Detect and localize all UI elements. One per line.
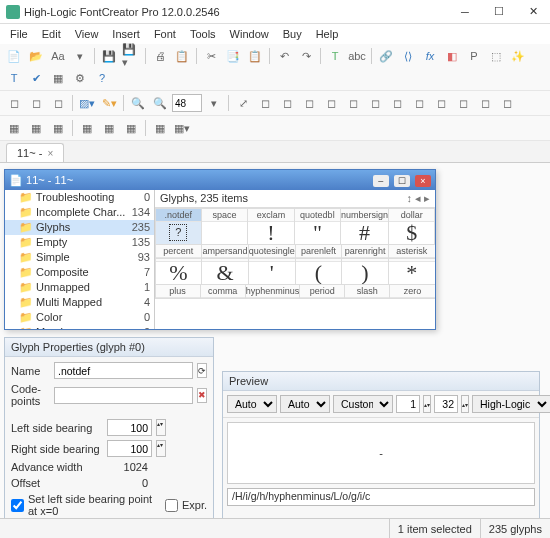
zoom-out-icon[interactable]: 🔍 <box>150 93 170 113</box>
tb3-5[interactable]: ▦ <box>99 118 119 138</box>
tb2-k[interactable]: ◻ <box>475 93 495 113</box>
font-manager-icon[interactable]: Aa <box>48 46 68 66</box>
eraser-icon[interactable]: ◧ <box>442 46 462 66</box>
preview-mode2[interactable]: Auto <box>280 395 330 413</box>
set-lsb-checkbox[interactable] <box>11 499 24 512</box>
menu-edit[interactable]: Edit <box>36 26 67 42</box>
tb2-i[interactable]: ◻ <box>431 93 451 113</box>
pv-spin1[interactable]: ▴▾ <box>423 395 431 413</box>
inner-min-icon[interactable]: – <box>373 175 389 187</box>
glyph-cell[interactable]: period <box>299 284 345 299</box>
glyph-window-titlebar[interactable]: 📄 11~ - 11~ – ☐ × <box>5 170 435 190</box>
glyph-cell[interactable]: & <box>201 258 249 285</box>
rsb-input[interactable] <box>107 440 152 457</box>
tree-item[interactable]: 📁 Troubleshooting0 <box>5 190 154 205</box>
tb2-fill-icon[interactable]: ▨▾ <box>77 93 97 113</box>
menu-font[interactable]: Font <box>148 26 182 42</box>
inner-close-icon[interactable]: × <box>415 175 431 187</box>
pv-spin2[interactable]: ▴▾ <box>461 395 469 413</box>
glyph-cell[interactable]: quotesingle <box>248 244 296 259</box>
fx-icon[interactable]: fx <box>420 46 440 66</box>
cut-icon[interactable]: ✂ <box>201 46 221 66</box>
tb2-pencil-icon[interactable]: ✎▾ <box>99 93 119 113</box>
open-icon[interactable]: 📂 <box>26 46 46 66</box>
tree-item[interactable]: 📁 Multi Mapped4 <box>5 295 154 310</box>
name-input[interactable] <box>54 362 193 379</box>
glyph-cell[interactable]: parenleft <box>295 244 343 259</box>
template-icon[interactable]: T <box>325 46 345 66</box>
move-icon[interactable]: ⤢ <box>233 93 253 113</box>
glyph-cell[interactable]: comma <box>200 284 246 299</box>
preview-p-icon[interactable]: P <box>464 46 484 66</box>
tb2-2[interactable]: ◻ <box>26 93 46 113</box>
preview-brand[interactable]: High-Logic <box>472 395 550 413</box>
tb3-6[interactable]: ▦ <box>121 118 141 138</box>
glyph-cell[interactable]: * <box>388 258 435 285</box>
tab-doc-1[interactable]: 11~ - × <box>6 143 64 162</box>
tree-item[interactable]: 📁 Color0 <box>5 310 154 325</box>
check-icon[interactable]: ✔ <box>26 68 46 88</box>
tb2-g[interactable]: ◻ <box>387 93 407 113</box>
menu-view[interactable]: View <box>69 26 105 42</box>
cp-tool-icon[interactable]: ✖ <box>197 388 207 403</box>
link-icon[interactable]: 🔗 <box>376 46 396 66</box>
rsb-spin[interactable]: ▴▾ <box>156 440 166 457</box>
menu-insert[interactable]: Insert <box>106 26 146 42</box>
zoom-dd-icon[interactable]: ▾ <box>204 93 224 113</box>
tb3-8[interactable]: ▦▾ <box>172 118 192 138</box>
code-icon[interactable]: ⟨⟩ <box>398 46 418 66</box>
glyph-cell[interactable]: ' <box>248 258 296 285</box>
glyph-cell[interactable]: dollar$ <box>388 208 435 245</box>
preview-custom[interactable]: Custom <box>333 395 393 413</box>
glyph-cell[interactable]: parenright <box>341 244 389 259</box>
abc-icon[interactable]: abc <box>347 46 367 66</box>
tb2-b[interactable]: ◻ <box>277 93 297 113</box>
tb2-a[interactable]: ◻ <box>255 93 275 113</box>
glyph-cell[interactable]: space <box>201 208 248 245</box>
tree-item[interactable]: 📁 Glyphs235 <box>5 220 154 235</box>
redo-icon[interactable]: ↷ <box>296 46 316 66</box>
tree-item[interactable]: 📁 Member0 <box>5 325 154 329</box>
glyph-cell[interactable]: slash <box>344 284 390 299</box>
glyph-cell[interactable]: hyphenminus <box>245 284 301 299</box>
codepoints-input[interactable] <box>54 387 193 404</box>
save-icon[interactable]: 💾 <box>99 46 119 66</box>
tb2-3[interactable]: ◻ <box>48 93 68 113</box>
glyph-cell[interactable]: asterisk <box>388 244 435 259</box>
inner-max-icon[interactable]: ☐ <box>394 175 410 187</box>
grid-icon[interactable]: ▦ <box>48 68 68 88</box>
copy-icon[interactable]: 📑 <box>223 46 243 66</box>
tb2-d[interactable]: ◻ <box>321 93 341 113</box>
glyph-cell[interactable]: .notdef? <box>155 208 202 245</box>
category-tree[interactable]: 📁 Troubleshooting0📁 Incomplete Char...13… <box>5 190 155 329</box>
options-icon[interactable]: ⚙ <box>70 68 90 88</box>
preview-n1[interactable] <box>396 395 420 413</box>
tree-item[interactable]: 📁 Unmapped1 <box>5 280 154 295</box>
glyph-cell[interactable]: plus <box>155 284 201 299</box>
lsb-spin[interactable]: ▴▾ <box>156 419 166 436</box>
tb2-1[interactable]: ◻ <box>4 93 24 113</box>
tree-item[interactable]: 📁 Composite7 <box>5 265 154 280</box>
zoom-in-icon[interactable]: 🔍 <box>128 93 148 113</box>
grid-nav[interactable]: ↕ ◂ ▸ <box>406 192 430 205</box>
tb2-j[interactable]: ◻ <box>453 93 473 113</box>
tree-item[interactable]: 📁 Incomplete Char...134 <box>5 205 154 220</box>
name-tool-icon[interactable]: ⟳ <box>197 363 207 378</box>
expr-checkbox[interactable] <box>165 499 178 512</box>
wand-icon[interactable]: ✨ <box>508 46 528 66</box>
saveas-icon[interactable]: 💾▾ <box>121 46 141 66</box>
recent-icon[interactable]: ▾ <box>70 46 90 66</box>
tb2-h[interactable]: ◻ <box>409 93 429 113</box>
help-icon[interactable]: ? <box>92 68 112 88</box>
paste-icon[interactable]: 📋 <box>245 46 265 66</box>
close-button[interactable]: ✕ <box>516 0 550 24</box>
tb3-2[interactable]: ▦ <box>26 118 46 138</box>
menu-help[interactable]: Help <box>310 26 345 42</box>
preview-icon[interactable]: 📋 <box>172 46 192 66</box>
menu-file[interactable]: File <box>4 26 34 42</box>
tab-close-icon[interactable]: × <box>47 148 53 159</box>
glyph-cell[interactable]: % <box>155 258 202 285</box>
glyph-cell[interactable]: ( <box>295 258 343 285</box>
preview-mode1[interactable]: Auto <box>227 395 277 413</box>
lsb-input[interactable] <box>107 419 152 436</box>
